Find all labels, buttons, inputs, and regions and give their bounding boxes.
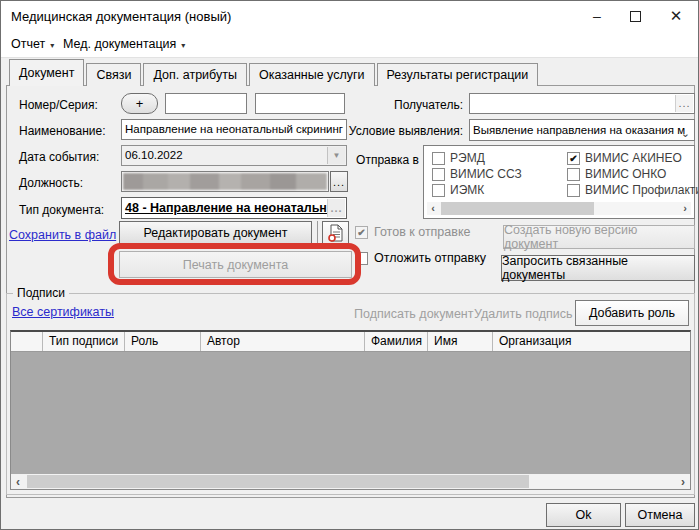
minimize-button[interactable]: – [579,1,615,31]
signatures-horizontal-scrollbar[interactable]: ‹ › [11,474,690,489]
tab-additional-attributes[interactable]: Доп. атрибуты [143,63,246,86]
signatures-group: Подписи Все сертификаты Подписать докуме… [6,293,695,495]
header-cell-surname[interactable]: Фамилия [365,332,428,351]
menu-med-documentation[interactable]: Мед. документация ▾ [63,31,185,57]
menu-report-label: Отчет [11,37,45,51]
chevron-down-icon: ▾ [181,41,185,50]
menu-bar: Отчет ▾ Мед. документация ▾ [1,31,698,58]
ready-to-send-label: Готов к отправке [374,225,470,239]
checkbox-icon [432,184,445,197]
tab-rendered-services[interactable]: Оказанные услуги [249,63,375,86]
event-date-combo[interactable]: 06.10.2022 ▼ [121,145,347,166]
checkbox-vimis-ssz-label: ВИМИС ССЗ [450,167,522,181]
create-new-version-label: Создать новую версию документ [504,223,694,251]
chevron-down-icon: ▾ [50,41,54,50]
close-button[interactable]: ✕ [655,1,697,31]
tab-strip: Документ Связи Доп. атрибуты Оказанные у… [9,59,540,86]
sign-document-button[interactable]: Подписать документ [354,307,473,321]
save-to-file-link[interactable]: Сохранить в файл [9,228,116,242]
checkbox-icon [355,252,368,265]
menu-med-documentation-label: Мед. документация [63,37,176,51]
all-certificates-link[interactable]: Все сертификаты [12,305,114,319]
event-date-label: Дата события: [19,150,99,164]
checkbox-iemk[interactable]: ИЭМК [432,183,484,197]
doc-type-value: 48 - Направление на неонатальны [125,201,338,215]
recipient-browse-button[interactable]: ... [675,95,693,112]
detection-condition-select[interactable]: Выявление направления на оказания м ⌄ [469,119,695,141]
event-date-value: 06.10.2022 [125,149,183,161]
checkbox-vimis-profilaktika[interactable]: ВИМИС Профилактик [567,183,699,197]
doc-type-browse-button[interactable]: ... [327,199,345,217]
checkbox-vimis-onko[interactable]: ВИМИС ОНКО [567,167,666,181]
doc-type-label: Тип документа: [19,203,104,217]
tab-document[interactable]: Документ [9,59,84,86]
recipient-input[interactable]: ... [469,93,695,114]
position-browse-button[interactable]: ... [330,171,348,192]
document-status-icon [328,224,344,242]
recipient-label: Получатель: [341,98,463,112]
series-input[interactable] [165,93,247,114]
name-input[interactable]: Направление на неонатальный скрининг [121,119,347,140]
maximize-button[interactable] [617,1,653,31]
scrollbar-thumb[interactable] [27,475,529,488]
print-document-button[interactable]: Печать документа [119,251,352,278]
add-role-button[interactable]: Добавить роль [575,300,689,326]
tab-links-label: Связи [96,68,131,82]
defer-send-checkbox[interactable]: Отложить отправку [355,251,486,265]
edit-document-label: Редактировать документ [144,226,288,240]
menu-report[interactable]: Отчет ▾ [11,31,54,57]
tab-links[interactable]: Связи [86,63,141,86]
create-new-version-button[interactable]: Создать новую версию документ [503,225,695,249]
header-cell-author[interactable]: Автор [201,332,365,351]
send-to-list: РЭМД ВИМИС ССЗ ИЭМК ✔ ВИМИС АКИНЕО ВИМИС… [423,145,695,219]
checkbox-remd[interactable]: РЭМД [432,151,485,165]
header-cell-role[interactable]: Роль [125,332,201,351]
delete-signature-button[interactable]: Удалить подпись [474,307,572,321]
header-cell-signature-type[interactable]: Тип подписи [43,332,125,351]
header-cell-name[interactable]: Имя [428,332,493,351]
redacted-value [123,173,327,190]
detection-condition-value: Выявление направления на оказания м [473,124,685,136]
checkbox-vimis-profilaktika-label: ВИМИС Профилактик [585,183,699,197]
signatures-table: Тип подписи Роль Автор Фамилия Имя Орган… [10,330,691,490]
doc-type-field[interactable]: 48 - Направление на неонатальны ... [121,197,347,219]
checkbox-icon [432,152,445,165]
ok-label: Ok [576,508,592,522]
tab-registration-results[interactable]: Результаты регистрации [377,63,539,86]
number-input[interactable] [255,93,345,114]
chevron-down-icon: ⌄ [681,123,690,141]
send-to-horizontal-scrollbar[interactable]: ‹ › [427,202,691,215]
medical-documentation-window: Медицинская документация (новый) – ✕ Отч… [0,0,699,530]
checkbox-vimis-akineo[interactable]: ✔ ВИМИС АКИНЕО [567,151,682,165]
checkbox-vimis-ssz[interactable]: ВИМИС ССЗ [432,167,522,181]
cancel-button[interactable]: Отмена [625,503,695,527]
scroll-left-icon[interactable]: ‹ [427,202,439,215]
name-label: Наименование: [19,124,106,138]
checkbox-checked-icon: ✔ [567,152,580,165]
signatures-table-header: Тип подписи Роль Автор Фамилия Имя Орган… [11,332,690,352]
request-related-documents-button[interactable]: Запросить связанные документы [501,255,695,281]
header-cell-empty [11,332,43,351]
close-icon: ✕ [670,7,683,25]
separator [317,221,318,245]
header-cell-organization[interactable]: Организация [493,332,690,351]
print-document-label: Печать документа [183,258,288,272]
scroll-right-icon[interactable]: › [676,474,690,489]
ellipsis-icon: ... [333,178,345,186]
checkbox-icon [432,168,445,181]
defer-send-label: Отложить отправку [374,251,486,265]
edit-document-button[interactable]: Редактировать документ [119,221,312,245]
document-status-button[interactable] [322,221,349,245]
position-field[interactable] [121,171,329,192]
scrollbar-thumb[interactable] [441,202,594,215]
ellipsis-icon: ... [678,94,690,113]
send-to-label: Отправка в [339,153,419,167]
ok-button[interactable]: Ok [546,503,621,527]
ready-to-send-checkbox[interactable]: ✔ Готов к отправке [355,225,470,239]
scroll-right-icon[interactable]: › [679,202,691,215]
window-title: Медицинская документация (новый) [11,9,231,24]
position-label: Должность: [19,176,83,190]
cancel-label: Отмена [638,508,683,522]
add-number-button[interactable]: + [121,93,158,114]
scroll-left-icon[interactable]: ‹ [11,474,25,489]
